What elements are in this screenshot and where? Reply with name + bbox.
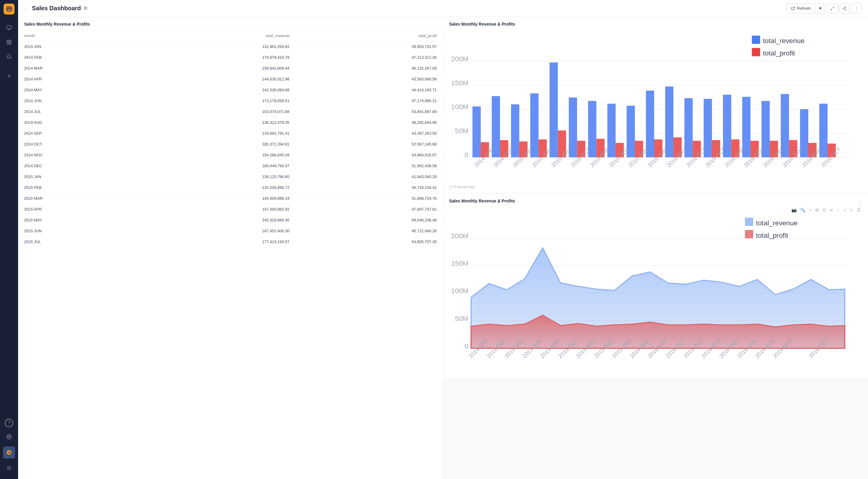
svg-text:total_revenue: total_revenue [763,37,804,44]
more-options-button[interactable]: ⋮ [851,3,862,13]
area-chart-svg: 0 50M 100M 150M 200M [449,214,862,372]
grid-tool[interactable]: ⊡ [821,207,827,213]
svg-text:total_profit: total_profit [763,49,795,57]
table-panel-title: Sales Monthly Revenue & Profits [18,17,443,30]
svg-text:50M: 50M [455,127,468,135]
cell-revenue: 153,074,971.68 [140,106,295,117]
svg-rect-4 [10,40,11,42]
col-total-profit: total_profit [296,30,443,41]
header-actions: Refresh ⋮ [786,3,862,13]
sidebar-item-help[interactable]: ? [5,419,13,427]
share-button[interactable] [839,3,850,13]
settings-gear-icon[interactable]: ⚙ [83,5,88,11]
svg-rect-50 [665,87,673,157]
sidebar-item-grid[interactable] [3,36,15,48]
table-row: 2014 JAN 131,961,264.62 39,953,731.57 [18,41,443,52]
chart2-title: Sales Monthly Revenue & Profits [449,199,515,203]
chart2-toolbar: 📷 🔍 + ⊞ ⊡ ✕ ⌂ ◁ ▷ ☰ [449,207,862,213]
svg-text:🐻: 🐻 [8,451,11,454]
svg-text:100M: 100M [451,103,468,110]
table-row: 2014 MAY 142,526,084.08 44,414,183.71 [18,84,443,96]
svg-text:50M: 50M [455,314,468,322]
svg-rect-5 [7,43,8,44]
sidebar-bottom: ? 🐻 [3,417,15,475]
cell-month: 2015 JUL [18,237,140,247]
cell-month: 2014 OCT [18,139,140,150]
cell-revenue: 142,526,084.08 [140,84,295,96]
sidebar-item-settings[interactable] [3,431,15,443]
right-tool[interactable]: ▷ [849,207,855,213]
cell-month: 2015 JUN [18,226,140,237]
table-row: 2015 JAN 138,125,766.60 41,843,040.20 [18,171,443,182]
page-title-text: Sales Dashboard [32,5,81,12]
svg-line-14 [831,9,832,10]
svg-rect-30 [473,106,481,157]
refresh-meta-icon [449,185,453,189]
chart2-more-options[interactable]: ⋮ [857,200,862,205]
cell-profit: 39,953,731.57 [296,41,443,52]
charts-panel: Sales Monthly Revenue & Profits 0 50M 10… [443,17,868,479]
cell-revenue: 138,311,479.35 [140,117,295,128]
cell-revenue: 170,679,415.79 [140,52,295,63]
svg-text:0: 0 [464,342,468,350]
cell-revenue: 147,393,982.92 [140,204,295,215]
col-month: month [18,30,140,41]
cell-profit: 51,902,439.58 [296,161,443,171]
chart2-header: Sales Monthly Revenue & Profits ⋮ [449,199,862,207]
cell-month: 2014 FEB [18,52,140,63]
svg-text:200M: 200M [451,232,468,240]
pan-tool[interactable]: ☰ [856,207,862,213]
svg-text:200M: 200M [451,55,468,63]
cell-month: 2014 MAY [18,84,140,96]
cell-month: 2014 SEP [18,128,140,139]
cell-month: 2014 NOV [18,150,140,161]
cell-revenue: 173,178,658.51 [140,96,295,106]
cell-revenue: 167,452,400.30 [140,226,295,237]
refresh-caret-button[interactable] [816,3,825,13]
cross-tool[interactable]: ✕ [829,207,835,213]
col-total-revenue: total_revenue [140,30,295,41]
cell-profit: 41,843,040.20 [296,171,443,182]
sidebar-item-monitor[interactable] [3,22,15,34]
home-tool[interactable]: ⌂ [836,207,841,213]
table-container[interactable]: month total_revenue total_profit 2014 JA… [18,30,443,479]
zoom-tool[interactable]: 🔍 [799,207,806,213]
svg-text:150M: 150M [451,79,468,87]
cell-profit: 43,841,897.80 [296,106,443,117]
svg-rect-122 [745,230,753,238]
cell-profit: 45,721,940.26 [296,226,443,237]
table-row: 2015 FEB 132,034,886.72 36,724,234.42 [18,182,443,193]
bar-chart-svg: 0 50M 100M 150M 200M [449,30,862,181]
table-row: 2014 SEP 133,691,791.41 43,397,263.50 [18,128,443,139]
sidebar: 🐻 + ? 🐻 [0,0,18,479]
table-row: 2014 MAR 158,642,609.94 46,132,267.09 [18,63,443,74]
svg-point-17 [845,9,846,10]
sidebar-add-button[interactable]: + [3,70,15,82]
expand-button[interactable] [827,3,838,13]
favorite-star[interactable]: ☆ [24,5,29,12]
table-row: 2014 DEC 160,446,794.37 51,902,439.58 [18,161,443,171]
svg-line-19 [844,7,845,8]
chart1-time: 8 minutes ago [454,185,475,189]
sidebar-item-user[interactable]: 🐻 [3,446,15,458]
svg-rect-0 [7,26,11,29]
data-table: month total_revenue total_profit 2014 JA… [18,30,443,247]
svg-rect-36 [530,93,538,157]
refresh-button[interactable]: Refresh [786,3,815,13]
cell-month: 2015 MAR [18,193,140,204]
sidebar-item-menu[interactable] [3,462,15,474]
sidebar-item-bell[interactable] [3,50,15,63]
add-tool[interactable]: + [808,207,812,213]
chart1-title: Sales Monthly Revenue & Profits [449,22,862,27]
camera-tool[interactable]: 📷 [790,207,798,213]
chevron-down-icon [819,7,822,10]
svg-rect-6 [10,43,11,44]
chart1-wrapper: 0 50M 100M 150M 200M [449,30,862,182]
app-logo[interactable]: 🐻 [4,4,14,14]
left-tool[interactable]: ◁ [842,207,847,213]
cell-profit: 43,884,525.67 [296,150,443,161]
box-tool[interactable]: ⊞ [814,207,820,213]
cell-profit: 47,697,737.81 [296,204,443,215]
svg-text:0: 0 [464,151,468,159]
cell-profit: 46,132,267.09 [296,63,443,74]
